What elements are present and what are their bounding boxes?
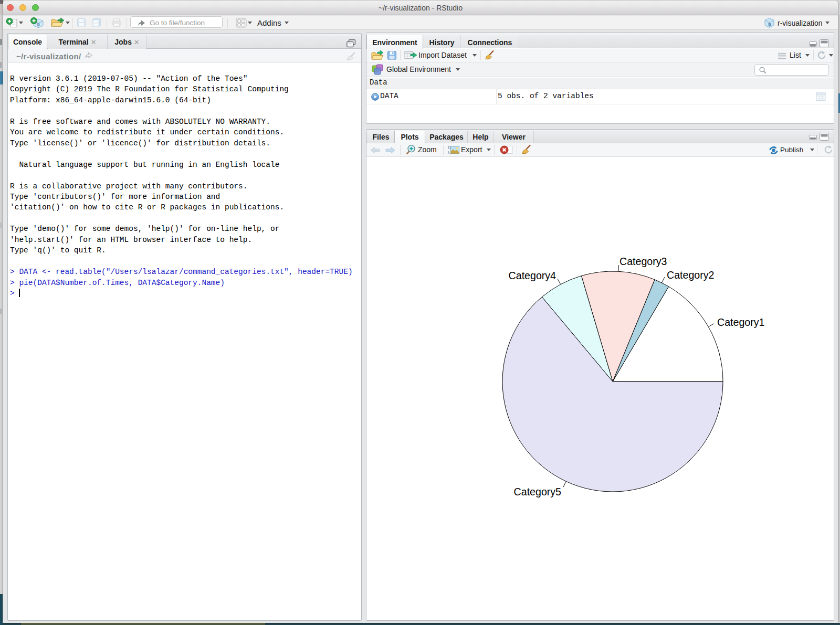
svg-text:Category2: Category2 [667, 269, 714, 281]
svg-text:Category5: Category5 [514, 486, 562, 497]
svg-text:Category1: Category1 [717, 316, 764, 328]
svg-text:Category3: Category3 [620, 256, 667, 267]
svg-text:Category4: Category4 [509, 270, 556, 281]
svg-text:R: R [768, 22, 772, 27]
svg-text:R: R [37, 23, 40, 27]
